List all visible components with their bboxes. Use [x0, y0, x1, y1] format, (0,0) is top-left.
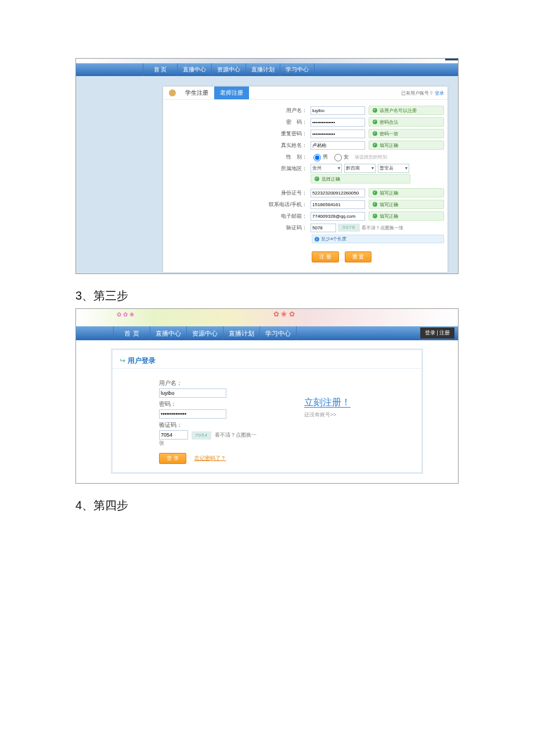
reset-button[interactable]: 重 置 [345, 251, 372, 262]
register-now-link[interactable]: 立刻注册！ [304, 397, 351, 408]
password-hint: 密码合法 [369, 117, 444, 127]
password2-label: 重复密码： [163, 130, 311, 138]
info-icon: i [315, 237, 319, 242]
row-captcha: 验证码： 5078 看不清？点图换一张 [163, 222, 448, 233]
login-corner-badge[interactable]: 登录 [445, 58, 458, 60]
idno-input[interactable] [311, 189, 365, 197]
gender-hint: 请选择您的性别 [355, 154, 387, 160]
region-hint: 选择正确 [311, 174, 410, 183]
email-hint: 填写正确 [369, 211, 444, 221]
row-realname: 真实姓名： 填写正确 [163, 139, 448, 151]
check-icon [373, 131, 377, 136]
realname-input[interactable] [311, 141, 365, 150]
nav-plan[interactable]: 直播计划 [246, 63, 280, 76]
login-captcha-input[interactable] [159, 430, 188, 440]
tab-teacher-register[interactable]: 老师注册 [214, 87, 249, 99]
login-panel: ↪用户登录 用户名： 密码： 验证码： 7054 看不清？点图换一张 登 录 忘… [111, 348, 423, 474]
phone-hint-text: 填写正确 [380, 201, 398, 208]
username-hint: 该用户名可以注册 [369, 106, 444, 115]
has-account-label: 已有用户账号？ [401, 91, 434, 96]
flower-icon: ✿ ✿ ❀ [117, 311, 134, 318]
registration-screenshot: 登录 首 页 直播中心 资源中心 直播计划 学习中心 学生注册 老师注册 已有用… [75, 58, 459, 274]
register-prompt: 立刻注册！ 还没有账号>> [304, 397, 351, 419]
row-region: 所属地区： 贵州 黔西南 普安县 [163, 163, 448, 174]
forgot-password-link[interactable]: 忘记密码了？ [194, 455, 226, 461]
check-icon [373, 143, 377, 147]
tab-student-register[interactable]: 学生注册 [179, 87, 214, 99]
password2-input[interactable] [311, 129, 365, 138]
idno-hint-text: 填写正确 [380, 190, 398, 196]
captcha-label: 验证码： [163, 224, 311, 232]
login-username-input[interactable] [159, 388, 226, 398]
captcha-label: 验证码： [159, 421, 258, 429]
row-password2: 重复密码： 密码一致 [163, 128, 448, 139]
login-link[interactable]: 登录 [435, 91, 444, 96]
nav-learn[interactable]: 学习中心 [260, 326, 297, 340]
phone-label: 联系电话/手机： [163, 201, 311, 208]
realname-label: 真实姓名： [163, 142, 311, 149]
region-county-select[interactable]: 普安县 [378, 164, 409, 173]
decorative-banner: ✿ ✿ ❀ ✿ ❀ ✿ [76, 309, 458, 326]
main-nav: 首 页 直播中心 资源中心 直播计划 学习中心 [76, 63, 458, 76]
email-hint-text: 填写正确 [380, 213, 398, 219]
email-label: 电子邮箱： [163, 213, 311, 220]
nav-live[interactable]: 直播中心 [150, 326, 187, 340]
idno-label: 身份证号： [163, 189, 311, 197]
password-label: 密 码： [163, 118, 311, 126]
nav-resource[interactable]: 资源中心 [187, 326, 223, 340]
nav-live[interactable]: 直播中心 [178, 63, 212, 76]
row-email: 电子邮箱： 填写正确 [163, 210, 448, 222]
row-password: 密 码： 密码合法 [163, 116, 448, 128]
captcha-image[interactable]: 7054 [192, 431, 211, 440]
nav-plan[interactable]: 直播计划 [223, 326, 260, 340]
captcha-length-hint: i至少4个长度 [312, 235, 444, 243]
captcha-image[interactable]: 5078 [338, 224, 360, 232]
step4-heading: 4、第四步 [75, 498, 459, 513]
check-icon [373, 214, 377, 218]
phone-hint: 填写正确 [369, 200, 444, 209]
nav-home[interactable]: 首 页 [113, 326, 150, 340]
row-phone: 联系电话/手机： 填写正确 [163, 199, 448, 210]
row-idno: 身份证号： 填写正确 [163, 187, 448, 199]
gender-female-radio[interactable] [334, 154, 342, 161]
panel-icon [169, 89, 176, 96]
login-screenshot: ✿ ✿ ❀ ✿ ❀ ✿ 登录 | 注册 首 页 直播中心 资源中心 直播计划 学… [75, 308, 459, 484]
has-account-text: 已有用户账号？ 登录 [401, 90, 444, 96]
login-password-input[interactable] [159, 409, 226, 419]
check-icon [373, 202, 377, 207]
nav-learn[interactable]: 学习中心 [280, 63, 315, 76]
nav-resource[interactable]: 资源中心 [212, 63, 246, 76]
password-input[interactable] [311, 118, 365, 127]
captcha-refresh-link[interactable]: 看不清？点图换一张 [362, 225, 403, 231]
nav-home[interactable]: 首 页 [143, 63, 178, 76]
row-gender: 性 别： 男 女 请选择您的性别 [163, 151, 448, 163]
realname-hint: 填写正确 [369, 141, 444, 150]
login-button[interactable]: 登 录 [159, 453, 186, 464]
gender-male-radio[interactable] [313, 154, 321, 161]
no-account-text[interactable]: 还没有账号>> [304, 411, 351, 419]
password2-hint-text: 密码一致 [380, 131, 398, 137]
password-label: 密码： [159, 400, 258, 408]
username-label: 用户名： [159, 379, 258, 387]
register-button[interactable]: 注 册 [312, 251, 339, 262]
region-city-select[interactable]: 黔西南 [344, 164, 376, 173]
password-hint-text: 密码合法 [380, 119, 398, 125]
register-buttons: 注 册 重 置 [312, 250, 448, 262]
check-icon [373, 108, 377, 113]
realname-hint-text: 填写正确 [380, 142, 398, 149]
username-input[interactable] [311, 106, 365, 115]
gender-female-text: 女 [344, 153, 349, 161]
gender-male-text: 男 [323, 153, 328, 161]
captcha-input[interactable] [311, 224, 336, 232]
check-icon [373, 120, 377, 124]
row-username: 用户名： 该用户名可以注册 [163, 105, 448, 116]
row-region-hint: 选择正确 [163, 174, 448, 183]
register-panel: 学生注册 老师注册 已有用户账号？ 登录 用户名： 该用户名可以注册 密 码： … [163, 87, 448, 272]
region-province-select[interactable]: 贵州 [311, 164, 342, 173]
password2-hint: 密码一致 [369, 129, 444, 138]
check-icon [315, 177, 319, 181]
check-icon [373, 190, 377, 195]
email-input[interactable] [311, 212, 365, 221]
phone-input[interactable] [311, 200, 365, 209]
login-register-corner[interactable]: 登录 | 注册 [420, 327, 454, 339]
